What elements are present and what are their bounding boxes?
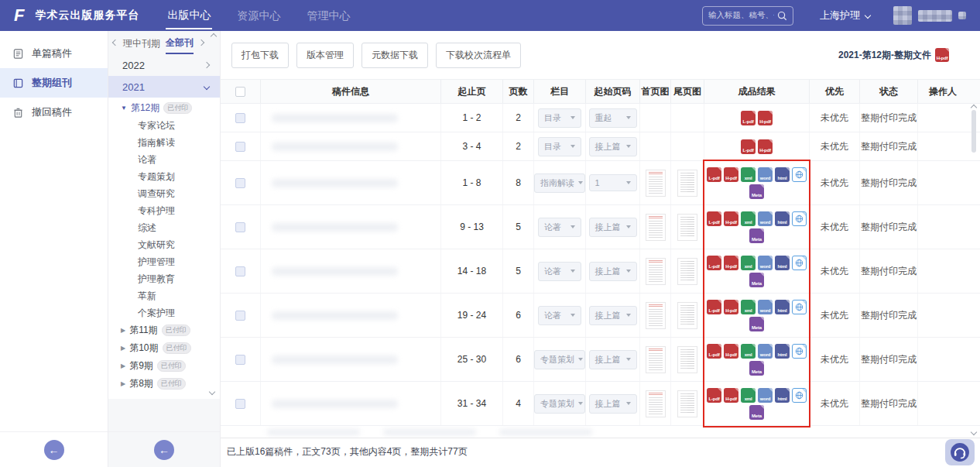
word-file-icon[interactable]: word: [758, 388, 773, 403]
toolbar-button[interactable]: 下载校次流程单: [436, 43, 521, 68]
section-select[interactable]: 目录: [538, 108, 581, 128]
search-input[interactable]: 输入标题、稿号、作者: [702, 6, 793, 26]
last-page-thumbnail[interactable]: [677, 302, 697, 329]
tree-category-item[interactable]: 专科护理: [108, 202, 220, 219]
web-file-icon[interactable]: [792, 256, 807, 270]
meta-file-icon[interactable]: Meta: [749, 405, 764, 420]
html-file-icon[interactable]: html: [775, 256, 790, 270]
xml-file-icon[interactable]: xml: [741, 344, 756, 359]
html-file-icon[interactable]: html: [775, 167, 790, 182]
start-page-select[interactable]: 接上篇: [589, 262, 637, 281]
l-pdf-file-icon[interactable]: L-pdf: [707, 388, 721, 403]
tabs-prev-icon[interactable]: [112, 39, 118, 46]
first-page-thumbnail[interactable]: [646, 258, 666, 285]
h-pdf-file-icon[interactable]: H-pdf: [724, 211, 738, 226]
first-page-thumbnail[interactable]: [646, 302, 666, 329]
first-page-thumbnail[interactable]: [646, 170, 666, 197]
tree-issue-item[interactable]: ▶ 第9期 已付印: [108, 357, 220, 375]
html-file-icon[interactable]: html: [775, 211, 790, 226]
row-checkbox[interactable]: [235, 355, 245, 365]
start-page-select[interactable]: 接上篇: [589, 137, 637, 156]
toolbar-button[interactable]: 元数据下载: [362, 43, 428, 68]
web-file-icon[interactable]: [792, 344, 807, 359]
tree-category-item[interactable]: 护理管理: [108, 253, 220, 270]
sidebar-item-issue-compilation[interactable]: 整期组刊: [0, 68, 108, 98]
tree-issue-12[interactable]: ▼ 第12期 已付印: [108, 99, 220, 117]
user-account-area[interactable]: [893, 6, 966, 25]
tree-issue-item[interactable]: ▶ 第8期 已付印: [108, 375, 220, 393]
tree-category-item[interactable]: 指南解读: [108, 134, 220, 151]
table-scrollbar[interactable]: [969, 105, 978, 434]
last-page-thumbnail[interactable]: [677, 390, 697, 417]
start-page-select[interactable]: 重起: [589, 108, 637, 128]
l-pdf-file-icon[interactable]: L-pdf: [707, 256, 721, 270]
meta-file-icon[interactable]: Meta: [749, 228, 764, 243]
web-file-icon[interactable]: [792, 211, 807, 226]
xml-file-icon[interactable]: xml: [741, 211, 756, 226]
toolbar-button[interactable]: 打包下载: [231, 43, 289, 68]
tree-category-item[interactable]: 综述: [108, 219, 220, 236]
web-file-icon[interactable]: [792, 388, 807, 403]
tree-year-2022[interactable]: 2022: [108, 54, 220, 76]
section-select[interactable]: 专题策划: [534, 350, 585, 369]
web-file-icon[interactable]: [792, 167, 807, 182]
row-checkbox[interactable]: [235, 142, 245, 152]
tree-category-item[interactable]: 革新: [108, 287, 220, 304]
tabs-next-icon[interactable]: [198, 39, 204, 46]
tree-issue-item[interactable]: ▶ 第10期 已付印: [108, 339, 220, 357]
h-pdf-file-icon[interactable]: H-pdf: [724, 256, 738, 270]
l-pdf-file-icon[interactable]: L-pdf: [707, 167, 721, 182]
section-select[interactable]: 专题策划: [534, 394, 585, 414]
l-pdf-file-icon[interactable]: L-pdf: [707, 344, 721, 359]
first-page-thumbnail[interactable]: [646, 214, 666, 241]
word-file-icon[interactable]: word: [758, 167, 773, 182]
l-pdf-file-icon[interactable]: L-pdf: [741, 111, 756, 125]
start-page-select[interactable]: 接上篇: [589, 306, 637, 325]
h-pdf-file-icon[interactable]: H-pdf: [724, 388, 738, 403]
scrollbar-thumb[interactable]: [971, 110, 976, 153]
start-page-select[interactable]: 接上篇: [589, 394, 637, 414]
tree-category-item[interactable]: 文献研究: [108, 236, 220, 253]
section-select[interactable]: 目录: [538, 137, 581, 156]
tree-category-item[interactable]: 专家论坛: [108, 117, 220, 134]
h-pdf-file-icon[interactable]: H-pdf: [935, 48, 949, 62]
row-checkbox[interactable]: [235, 399, 245, 409]
last-page-thumbnail[interactable]: [677, 170, 697, 197]
row-checkbox[interactable]: [235, 266, 245, 276]
start-page-select[interactable]: 1: [589, 174, 637, 191]
html-file-icon[interactable]: html: [775, 300, 790, 314]
h-pdf-file-icon[interactable]: H-pdf: [724, 344, 738, 359]
start-page-select[interactable]: 接上篇: [589, 350, 637, 369]
html-file-icon[interactable]: html: [775, 388, 790, 403]
journal-switcher[interactable]: 上海护理: [820, 9, 870, 22]
meta-file-icon[interactable]: Meta: [749, 361, 764, 376]
row-checkbox[interactable]: [235, 178, 245, 188]
collapse-tree-button[interactable]: ←: [154, 440, 174, 460]
scroll-down-icon[interactable]: [971, 429, 977, 435]
h-pdf-file-icon[interactable]: H-pdf: [758, 139, 773, 154]
tree-year-2021[interactable]: 2021: [108, 76, 220, 98]
tree-category-item[interactable]: 论著: [108, 151, 220, 168]
word-file-icon[interactable]: word: [758, 256, 773, 270]
section-select[interactable]: 论著: [538, 218, 581, 237]
last-page-thumbnail[interactable]: [677, 346, 697, 373]
sidebar-item-withdrawn-manuscripts[interactable]: 撤回稿件: [0, 98, 108, 127]
h-pdf-file-icon[interactable]: H-pdf: [724, 300, 738, 314]
tree-issue-item[interactable]: ▶ 第11期 已付印: [108, 321, 220, 339]
tree-category-item[interactable]: 护理教育: [108, 270, 220, 287]
xml-file-icon[interactable]: xml: [741, 167, 756, 182]
h-pdf-file-icon[interactable]: H-pdf: [758, 111, 773, 125]
nav-publish-center[interactable]: 出版中心: [166, 2, 212, 29]
tab-all-journals[interactable]: 全部刊: [166, 32, 194, 54]
row-checkbox[interactable]: [235, 222, 245, 232]
meta-file-icon[interactable]: Meta: [749, 317, 764, 331]
section-select[interactable]: 指南解读: [534, 173, 585, 193]
tree-category-item[interactable]: 调查研究: [108, 185, 220, 202]
h-pdf-file-icon[interactable]: H-pdf: [724, 167, 738, 182]
meta-file-icon[interactable]: Meta: [749, 273, 764, 287]
last-page-thumbnail[interactable]: [677, 258, 697, 285]
meta-file-icon[interactable]: Meta: [749, 184, 764, 199]
customer-support-button[interactable]: [945, 439, 975, 465]
row-checkbox[interactable]: [235, 113, 245, 123]
tab-processing-issues[interactable]: 理中刊期: [123, 33, 160, 53]
